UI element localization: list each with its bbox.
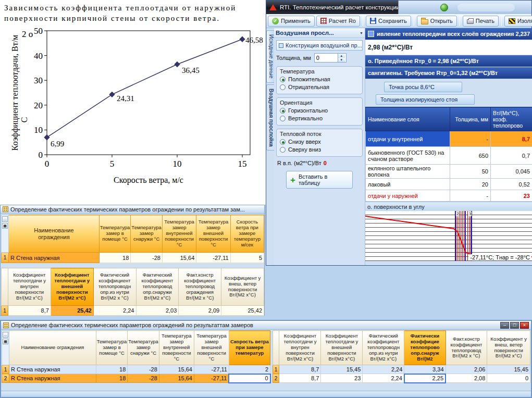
data-cell[interactable]: 15,45	[321, 365, 363, 374]
header-cell[interactable]: Фактический коэффициент теплопровод опр.…	[136, 268, 179, 306]
data-cell[interactable]: 2,24	[363, 374, 404, 383]
radio-temperature-negative[interactable]: Отрицательная	[280, 84, 359, 90]
header-cell[interactable]: Факт.констр коэффициент теплопровод огра…	[179, 268, 221, 306]
data-cell[interactable]: 2,09	[179, 306, 221, 316]
data-cell[interactable]: 8,7	[8, 306, 51, 316]
radio-flow-top-down[interactable]: Сверху вниз	[280, 146, 359, 153]
data-cell[interactable]: 23	[321, 374, 363, 383]
data-cell[interactable]: 2,08	[446, 374, 487, 383]
data-cell[interactable]: 2,06	[446, 365, 487, 374]
data-cell[interactable]: 5	[230, 253, 264, 263]
header-cell[interactable]: Факт.констр коэффициент теплопровод Вт/(…	[446, 331, 487, 365]
construction-group-header[interactable]: Конструкция воздушной пр...	[276, 40, 363, 51]
data-cell[interactable]: лаковый	[366, 179, 450, 190]
print-button[interactable]: Печать	[463, 16, 499, 27]
data-cell[interactable]: 2	[229, 365, 270, 374]
grid-layout-button[interactable]: ▦	[2, 223, 8, 229]
dew-point-button[interactable]: Точка росы 8,6°С	[384, 82, 462, 92]
data-cell[interactable]: 2,24	[363, 365, 404, 374]
data-cell[interactable]: R Стена наружная	[9, 365, 96, 374]
data-cell[interactable]: 8,7	[279, 365, 321, 374]
header-cell[interactable]: Наименование ограждения	[9, 331, 96, 365]
radio-flow-bottom-up[interactable]: Снизу вверх	[280, 139, 359, 145]
row-number[interactable]: 1	[2, 253, 9, 263]
data-cell[interactable]: 50	[450, 165, 491, 179]
active-cell-editor[interactable]: 0	[229, 374, 270, 383]
header-cell[interactable]: Фактически коэффицие теплопрово опр.снар…	[404, 331, 446, 365]
header-cell[interactable]: Температура замер внешней поверхности °С	[194, 331, 229, 365]
data-cell[interactable]: -27,11	[194, 374, 229, 383]
grid-menu-button[interactable]: …	[2, 216, 8, 222]
spin-up-icon[interactable]: ▲	[338, 54, 345, 58]
calc-ro-button[interactable]: Расчет Ro	[316, 16, 360, 27]
data-cell[interactable]: 650	[450, 147, 491, 165]
header-cell[interactable]: Скорость ветра при замере температур м/с…	[230, 215, 264, 253]
header-cell[interactable]: Коэффициент у внеш, ветер поверхности Вт…	[221, 268, 264, 306]
data-cell[interactable]: -	[450, 131, 491, 147]
header-cell[interactable]: Коэффициент теплоотдачи у внешней поверх…	[51, 268, 93, 306]
data-cell[interactable]: -	[450, 190, 491, 202]
data-cell[interactable]: 8,7	[279, 374, 321, 383]
header-cell[interactable]: Температура замер снаружи °С	[131, 215, 163, 253]
insulation-button[interactable]: Изоляция	[504, 16, 532, 27]
data-cell[interactable]: 15,64	[162, 253, 196, 263]
open-button[interactable]: Открыть	[417, 16, 457, 27]
data-cell[interactable]: 0,7	[491, 147, 532, 165]
data-cell[interactable]: 18	[96, 374, 128, 383]
data-cell[interactable]: -28	[128, 365, 159, 374]
header-cell[interactable]: Толщина, мм	[450, 107, 491, 131]
data-cell[interactable]: 2,24	[93, 306, 136, 316]
tab-source-data[interactable]: Исходные данные	[266, 30, 274, 83]
tab-air-gap[interactable]: Воздушная прослойка	[266, 84, 274, 151]
header-cell[interactable]: Наименование слоя	[366, 107, 450, 131]
data-cell[interactable]: 25,42	[221, 306, 264, 316]
header-cell[interactable]: Фактический коэффициент теплопроводн опр…	[363, 331, 404, 365]
header-cell[interactable]: Температура замер внешней поверхности °С	[196, 215, 230, 253]
window-titlebar[interactable]: Определение фактических термических пара…	[1, 321, 531, 330]
data-cell[interactable]: -27,11	[194, 365, 229, 374]
data-cell[interactable]: отдачи у внутренней	[366, 131, 450, 147]
active-cell-editor[interactable]: 2,25	[404, 374, 446, 383]
data-cell[interactable]: 18	[99, 253, 131, 263]
header-cell[interactable]: Фактический коэффициент теплопроводн опр…	[93, 268, 136, 306]
data-cell[interactable]: -28	[128, 374, 159, 383]
header-cell[interactable]: Коэффициент у внеш, ветер поверхности Вт…	[487, 331, 530, 365]
data-cell[interactable]: 3,34	[404, 365, 446, 374]
data-cell[interactable]: отдачи у наружней	[366, 190, 450, 202]
data-cell[interactable]: 25,42	[51, 306, 93, 316]
chevron-down-icon[interactable]: ▼	[360, 31, 363, 35]
insert-into-table-button[interactable]: + Вставить в таблицу	[286, 171, 353, 189]
header-cell[interactable]: Наименование ограждения	[9, 215, 100, 253]
data-cell[interactable]: еклянного штапельного волокна	[366, 165, 450, 179]
close-button[interactable]: ×	[520, 322, 529, 329]
header-cell[interactable]: Температура замер снаружи °С	[128, 331, 159, 365]
data-cell[interactable]: 15,64	[159, 374, 194, 383]
row-number[interactable]: 1	[2, 365, 9, 374]
data-cell[interactable]: -27,11	[196, 253, 230, 263]
row-number[interactable]: 2	[273, 374, 279, 383]
window-titlebar[interactable]: Определение фактических термических пара…	[1, 205, 264, 214]
thickness-input[interactable]	[315, 54, 338, 62]
header-cell[interactable]: Температура замер в помеще °С	[96, 331, 128, 365]
header-cell[interactable]: Температура замер в помеще °С	[99, 215, 131, 253]
maximize-button[interactable]: □	[510, 322, 519, 329]
header-cell[interactable]: Коэффициент теплоотдачи у внутрен поверх…	[8, 268, 51, 306]
row-number[interactable]: 1	[273, 365, 279, 374]
data-cell[interactable]: 2,03	[136, 306, 179, 316]
data-cell[interactable]: -28	[131, 253, 163, 263]
radio-orientation-vertical[interactable]: Вертикально	[280, 115, 359, 121]
data-cell[interactable]: быкновенного (ГОСТ 530) на счаном раство…	[366, 147, 450, 165]
header-cell[interactable]: Температура замер внутренней поверхности…	[159, 331, 194, 365]
radio-temperature-positive[interactable]: Положительная	[280, 76, 359, 82]
data-cell[interactable]: 0	[487, 374, 530, 383]
header-cell[interactable]: Температура замер внутренней поверхности…	[162, 215, 196, 253]
grid-layout-button[interactable]: ▦	[3, 339, 8, 344]
header-cell[interactable]: Вт/(Мх°С), коэф. теплопрово	[491, 107, 532, 131]
data-cell[interactable]: R Стена наружная	[9, 253, 100, 263]
data-cell[interactable]: R Стена наружная	[9, 374, 96, 383]
insulation-thickness-button[interactable]: Толщина изолирующего стоя	[376, 94, 475, 105]
apply-button[interactable]: ✓Применить	[268, 16, 315, 27]
data-cell[interactable]: 0,045	[491, 165, 532, 179]
data-cell[interactable]: 23	[491, 190, 532, 202]
rti-window-titlebar[interactable]: RTI. Теплотехнический расчет конструкции	[266, 1, 531, 14]
